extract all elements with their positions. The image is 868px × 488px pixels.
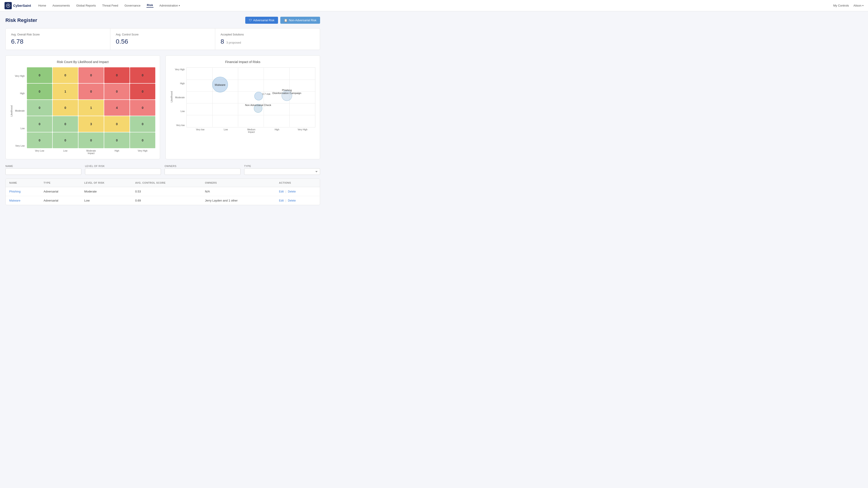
avg-overall-value: 6.78	[11, 38, 105, 45]
admin-dropdown-icon: ▾	[179, 4, 180, 7]
heatmap-row-3: 00300	[27, 116, 155, 132]
doc-icon: 📋	[284, 19, 287, 22]
heatmap-cell-2-1: 0	[53, 100, 78, 116]
cell-owners-0: N/A	[202, 187, 275, 196]
risk-table-container: NAME TYPE LEVEL OF RISK AVG. CONTROL SCO…	[5, 178, 320, 205]
page-title: Risk Register	[5, 18, 37, 23]
heatmap-cell-4-1: 0	[53, 132, 78, 148]
stats-row: Avg. Overall Risk Score 6.78 Avg. Contro…	[5, 28, 320, 50]
heatmap-cell-0-0: 0	[27, 67, 52, 83]
user-menu[interactable]: Alison ▾	[854, 4, 864, 7]
non-adversarial-risk-button[interactable]: 📋 Non-Adversarial Risk	[280, 17, 320, 24]
bubble-svg: Malware 3.7 risk Phishing Disinformation…	[187, 68, 315, 127]
nav-governance[interactable]: Governance	[124, 4, 141, 7]
adversarial-risk-button[interactable]: 🛡 Adversarial Risk	[245, 17, 278, 24]
delete-link-1[interactable]: Delete	[288, 199, 296, 202]
heatmap-cell-3-0: 0	[27, 116, 52, 132]
nav-global-reports[interactable]: Global Reports	[76, 4, 96, 7]
cell-actions-1: Edit | Delete	[275, 196, 320, 205]
name-input[interactable]	[5, 168, 81, 175]
heatmap-cell-2-0: 0	[27, 100, 52, 116]
level-input[interactable]	[85, 168, 161, 175]
page-header: Risk Register 🛡 Adversarial Risk 📋 Non-A…	[5, 17, 320, 24]
accepted-sub: 3 proposed	[226, 41, 241, 44]
heatmap-cell-4-3: 0	[104, 132, 129, 148]
nav-administration[interactable]: Administration ▾	[159, 4, 180, 7]
accepted-value: 8	[221, 38, 224, 45]
heatmap-cell-3-2: 3	[79, 116, 104, 132]
heatmap-title: Risk Count By Likelihood and Impact	[10, 60, 155, 64]
heatmap-x-labels: Very Low Low ModerateImpact High Very Hi…	[27, 150, 155, 155]
heatmap-row-4: 00000	[27, 132, 155, 148]
stat-avg-control: Avg. Control Score 0.56	[110, 29, 215, 50]
heatmap-row-2: 00140	[27, 100, 155, 116]
table-row: Phishing Adversarial Moderate 0.53 N/A E…	[6, 187, 320, 196]
nav-right: My Controls Alison ▾	[833, 4, 864, 7]
filter-level-label: Level Of Risk	[85, 165, 161, 167]
avg-control-label: Avg. Control Score	[116, 33, 209, 36]
edit-link-0[interactable]: Edit	[279, 190, 284, 193]
my-controls-link[interactable]: My Controls	[833, 4, 849, 7]
heatmap-cell-4-4: 0	[130, 132, 155, 148]
filter-type-label: Type	[244, 165, 320, 167]
heatmap-cell-1-1: 1	[53, 84, 78, 99]
col-avg-control: AVG. CONTROL SCORE	[131, 179, 202, 187]
heatmap-cell-3-4: 0	[130, 116, 155, 132]
nav-assessments[interactable]: Assessments	[52, 4, 70, 7]
heatmap-row-0: 00000	[27, 67, 155, 83]
type-select[interactable]: Adversarial Non-Adversarial	[244, 168, 320, 175]
heatmap-cell-1-4: 0	[130, 84, 155, 99]
bubble-chart-card: Financial Impact of Risks Likelihood Ver…	[165, 55, 320, 159]
col-type: TYPE	[40, 179, 81, 187]
svg-text:3.7 risk: 3.7 risk	[262, 93, 271, 95]
heatmap-cell-0-1: 0	[53, 67, 78, 83]
heatmap-cell-1-3: 0	[104, 84, 129, 99]
nav-threat-feed[interactable]: Threat Feed	[102, 4, 119, 7]
svg-text:Phishing: Phishing	[282, 89, 292, 92]
heatmap-y-axis-label: Likelihood	[10, 67, 13, 155]
heatmap-cell-1-2: 0	[79, 84, 104, 99]
bubble-title: Financial Impact of Risks	[170, 60, 315, 64]
filter-owners-label: Owners	[164, 165, 241, 167]
nav-home[interactable]: Home	[38, 4, 46, 7]
edit-link-1[interactable]: Edit	[279, 199, 284, 202]
table-body: Phishing Adversarial Moderate 0.53 N/A E…	[6, 187, 320, 205]
owners-input[interactable]	[164, 168, 241, 175]
col-level: LEVEL OF RISK	[81, 179, 131, 187]
risk-name-link-0[interactable]: Phishing	[9, 190, 21, 193]
heatmap-cell-2-2: 1	[79, 100, 104, 116]
stat-avg-overall: Avg. Overall Risk Score 6.78	[6, 29, 110, 50]
avg-overall-label: Avg. Overall Risk Score	[11, 33, 105, 36]
svg-text:Disinformation Campaign: Disinformation Campaign	[272, 92, 301, 94]
heatmap-cell-3-1: 0	[53, 116, 78, 132]
filter-name: Name	[5, 165, 81, 175]
risk-name-link-1[interactable]: Malware	[9, 199, 20, 202]
heatmap-row-1: 01000	[27, 84, 155, 99]
accepted-label: Accepted Solutions	[221, 33, 314, 36]
col-name: NAME	[6, 179, 40, 187]
cell-name-1: Malware	[6, 196, 40, 205]
heatmap-card: Risk Count By Likelihood and Impact Like…	[5, 55, 160, 159]
delete-link-0[interactable]: Delete	[288, 190, 296, 193]
heatmap-grid-container: 0000001000001400030000000 Very Low Low M…	[27, 67, 155, 155]
charts-row: Risk Count By Likelihood and Impact Like…	[5, 55, 320, 159]
navbar: CyberSaint Home Assessments Global Repor…	[0, 0, 868, 11]
user-name: Alison	[854, 4, 862, 7]
cell-avg-control-1: 0.69	[131, 196, 202, 205]
avg-control-value: 0.56	[116, 38, 209, 45]
col-owners: OWNERS	[202, 179, 275, 187]
heatmap-cell-0-2: 0	[79, 67, 104, 83]
stat-accepted: Accepted Solutions 8 3 proposed	[215, 29, 320, 50]
cell-level-1: Low	[81, 196, 131, 205]
bubble-y-axis-label: Likelihood	[170, 67, 173, 126]
filter-level: Level Of Risk	[85, 165, 161, 175]
header-buttons: 🛡 Adversarial Risk 📋 Non-Adversarial Ris…	[245, 17, 320, 24]
heatmap-cell-1-0: 0	[27, 84, 52, 99]
table-header-row: NAME TYPE LEVEL OF RISK AVG. CONTROL SCO…	[6, 179, 320, 187]
brand-name: CyberSaint	[13, 4, 31, 7]
brand-logo[interactable]: CyberSaint	[4, 2, 31, 9]
brand-icon	[4, 2, 12, 9]
nav-risk[interactable]: Risk	[147, 3, 153, 8]
nav-links: Home Assessments Global Reports Threat F…	[38, 3, 833, 8]
filter-owners: Owners	[164, 165, 241, 175]
